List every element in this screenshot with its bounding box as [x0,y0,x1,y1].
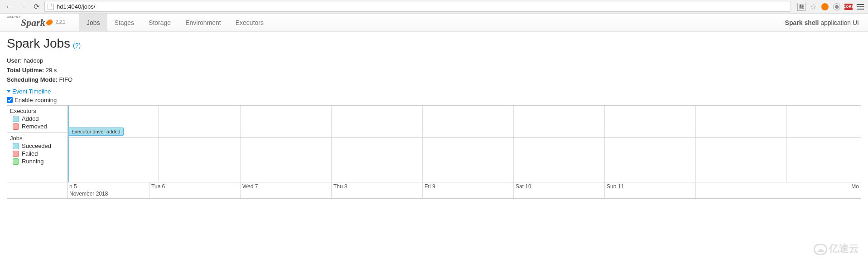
legend-failed-swatch [13,151,19,157]
legend-running-row: Running [13,158,64,165]
gridline [605,106,696,137]
reload-button[interactable]: ⟳ [31,1,42,12]
page-icon [48,4,54,10]
extension-grey-icon[interactable] [833,3,841,11]
gridline [149,106,241,137]
gridline [332,138,423,182]
app-name-label: Spark shell application UI [785,19,859,26]
axis-tick: n 5 November 2018 [68,182,149,198]
legend-added-row: Added [13,115,64,122]
nav-tabs: Jobs Stages Storage Environment Executor… [79,14,271,31]
extension-orange-icon[interactable] [821,3,829,11]
browser-menu-icon[interactable] [856,3,864,11]
tab-jobs[interactable]: Jobs [79,14,107,31]
axis-tick-label: n 5 [69,183,149,190]
uptime-label: Total Uptime: [7,67,44,74]
gridline [605,138,696,182]
brand-name: Spark [21,17,45,29]
enable-zoom-checkbox[interactable] [7,97,13,103]
gridline [332,106,423,137]
timeline: Executors Added Removed Jobs Succeeded [7,105,861,199]
timeline-axis-cells: n 5 November 2018 Tue 6 Wed 7 Thu 8 Fri … [68,182,861,198]
url-text: hd1:4040/jobs/ [57,3,95,10]
gridline [696,138,787,182]
tab-executors[interactable]: Executors [228,14,271,31]
gridline [149,138,241,182]
brand-version: 2.2.2 [56,20,66,25]
gridline [241,106,332,137]
axis-tick: Fri 9 [423,182,514,198]
event-timeline-label: Event Timeline [12,88,51,95]
legend-removed-label: Removed [22,123,47,130]
app-name-suffix: application UI [820,19,859,26]
axis-tick: Wed 7 [241,182,332,198]
brand-apache-label: APACHE [7,15,21,19]
legend-jobs-header: Jobs [10,135,64,142]
timeline-jobs-row [68,138,861,182]
legend-succeeded-row: Succeeded [13,142,64,149]
uptime-row: Total Uptime: 29 s [7,66,861,75]
legend-failed-row: Failed [13,150,64,157]
legend-removed-row: Removed [13,123,64,130]
event-timeline-toggle[interactable]: Event Timeline [7,88,861,95]
timeline-legend: Executors Added Removed Jobs Succeeded [7,106,68,182]
tab-environment[interactable]: Environment [178,14,228,31]
axis-tick: Thu 8 [332,182,423,198]
legend-running-swatch [13,158,19,165]
sched-label: Scheduling Mode: [7,76,58,83]
forward-button[interactable]: → [17,1,28,12]
tab-stages[interactable]: Stages [107,14,142,31]
gridline [423,138,514,182]
page-title: Spark Jobs (?) [7,36,861,51]
legend-jobs-block: Jobs Succeeded Failed Running [7,133,67,167]
user-value: hadoop [24,57,43,64]
sched-row: Scheduling Mode: FIFO [7,75,861,85]
timeline-axis: n 5 November 2018 Tue 6 Wed 7 Thu 8 Fri … [7,182,861,198]
bookmark-star-icon[interactable]: ☆ [809,3,817,11]
gridline [696,106,787,137]
axis-tick-last: Mo [851,183,859,190]
sched-value: FIFO [59,76,73,83]
legend-failed-label: Failed [22,150,38,157]
help-link[interactable]: (?) [73,42,81,49]
gridline [68,106,159,137]
legend-added-swatch [13,116,19,122]
gridline [514,106,605,137]
translate-icon[interactable]: 翻 [797,3,805,11]
summary-list: User: hadoop Total Uptime: 29 s Scheduli… [7,56,861,84]
spark-star-icon: ✺ [45,18,52,28]
app-name-bold: Spark shell [785,19,819,26]
legend-executors-header: Executors [10,108,64,114]
gridline [423,106,514,137]
legend-succeeded-label: Succeeded [22,142,51,149]
app-navbar: APACHE Spark ✺ 2.2.2 Jobs Stages Storage… [0,14,868,32]
gridline [68,138,159,182]
timeline-canvas[interactable]: Executor driver added [68,106,861,182]
legend-succeeded-swatch [13,143,19,149]
timeline-body: Executors Added Removed Jobs Succeeded [7,106,861,182]
address-bar[interactable]: hd1:4040/jobs/ [44,2,791,12]
extension-icons: 翻 ☆ CORS [794,3,864,11]
timeline-executors-row: Executor driver added [68,106,861,138]
timeline-axis-left-gutter [7,182,68,198]
user-row: User: hadoop [7,56,861,66]
caret-down-icon [7,90,10,93]
enable-zoom-label: Enable zooming [14,97,57,103]
page-title-text: Spark Jobs [7,36,70,51]
cors-extension-icon[interactable]: CORS [844,3,853,11]
legend-removed-swatch [13,123,19,130]
brand-logo[interactable]: APACHE Spark ✺ 2.2.2 [7,17,66,29]
legend-added-label: Added [22,115,39,122]
uptime-value: 29 s [46,67,57,74]
gridline [514,138,605,182]
tab-storage[interactable]: Storage [141,14,178,31]
back-button[interactable]: ← [4,1,14,12]
axis-tick: Sat 10 [514,182,605,198]
legend-running-label: Running [22,158,43,165]
gridline [241,138,332,182]
axis-tick: Tue 6 [149,182,241,198]
user-label: User: [7,57,22,64]
axis-month-label: November 2018 [69,190,149,197]
content-area: Spark Jobs (?) User: hadoop Total Uptime… [0,32,868,203]
legend-executors-block: Executors Added Removed [7,106,67,133]
